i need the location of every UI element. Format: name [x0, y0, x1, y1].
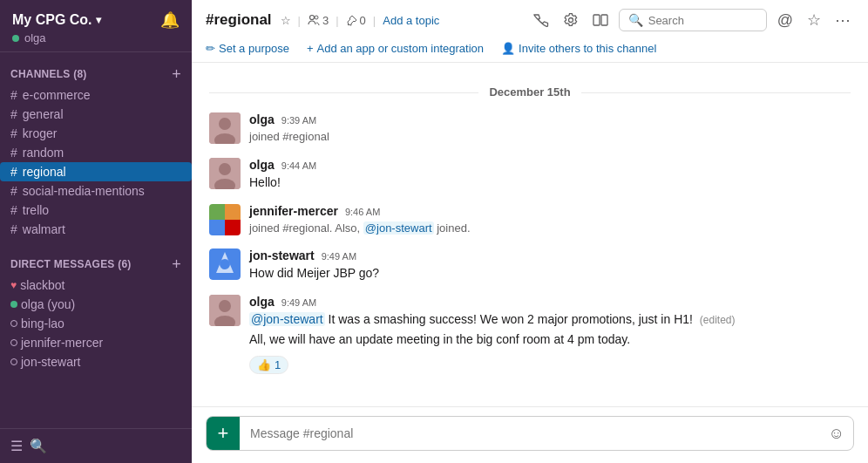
main-header: #regional ☆ | 3 |	[192, 0, 868, 63]
hash-icon: #	[10, 88, 17, 102]
channel-name: walmart	[23, 222, 65, 236]
message-input[interactable]	[240, 419, 820, 447]
dm-name: bing-lao	[21, 317, 64, 330]
add-integration-label: Add an app or custom integration	[317, 42, 485, 55]
channel-item-general[interactable]: # general	[0, 105, 192, 124]
avatar	[209, 204, 241, 235]
dm-item-slackbot[interactable]: ♥ slackbot	[0, 276, 192, 295]
svg-rect-11	[209, 204, 225, 220]
message-row: olga 9:49 AM @jon-stewart It was a smash…	[209, 295, 851, 374]
gear-button[interactable]	[559, 9, 582, 31]
mention: @jon-stewart	[363, 221, 434, 235]
channel-item-kroger[interactable]: # kroger	[0, 124, 192, 143]
pin-icon	[346, 15, 357, 26]
add-integration-link[interactable]: + Add an app or custom integration	[307, 42, 484, 55]
channel-name: general	[23, 107, 64, 121]
avatar	[209, 112, 241, 144]
more-button[interactable]: ⋯	[831, 7, 854, 33]
at-button[interactable]: @	[774, 8, 797, 33]
message-time: 9:39 AM	[281, 115, 316, 126]
channel-item-trello[interactable]: # trello	[0, 201, 192, 220]
add-channel-button[interactable]: +	[172, 66, 181, 82]
username: olga	[24, 31, 46, 44]
invite-others-link[interactable]: 👤 Invite others to this channel	[501, 42, 656, 55]
message-body: olga 9:44 AM Hello!	[249, 158, 851, 192]
date-text: December 15th	[489, 85, 570, 99]
online-dot-icon	[10, 301, 17, 308]
dm-section: DIRECT MESSAGES (6) + ♥ slackbot olga (y…	[0, 242, 192, 375]
star-icon[interactable]: ☆	[281, 14, 291, 27]
bell-icon[interactable]: 🔔	[160, 10, 180, 30]
add-topic-link[interactable]: Add a topic	[383, 14, 439, 27]
avatar-img	[209, 204, 241, 235]
hash-icon: #	[10, 203, 17, 217]
message-body: jennifer-mercer 9:46 AM joined #regional…	[249, 204, 851, 237]
reaction-count: 1	[275, 358, 281, 371]
channel-name: kroger	[23, 126, 58, 140]
hash-icon: #	[10, 126, 17, 140]
svg-rect-12	[225, 204, 241, 220]
layout-button[interactable]	[589, 10, 612, 30]
workspace-name[interactable]: My CPG Co. ▾ 🔔	[12, 10, 180, 30]
members-count[interactable]: 3	[308, 14, 329, 27]
emoji-button[interactable]: ☺	[820, 425, 853, 443]
main-content: #regional ☆ | 3 |	[192, 0, 868, 463]
svg-point-6	[219, 118, 231, 130]
header-quick-actions: ✏ Set a purpose + Add an app or custom i…	[206, 37, 854, 62]
channel-item-ecommerce[interactable]: # e-commerce	[0, 85, 192, 105]
svg-point-1	[315, 16, 318, 19]
add-dm-button[interactable]: +	[172, 256, 181, 272]
phone-button[interactable]	[530, 9, 553, 31]
svg-point-17	[220, 259, 230, 269]
at-icon: @	[777, 11, 793, 30]
emoji-icon: ☺	[829, 425, 844, 442]
heart-icon: ♥	[10, 279, 17, 291]
message-text: joined #regional	[249, 128, 851, 146]
hash-icon: #	[10, 146, 17, 160]
dm-item-olga[interactable]: olga (you)	[0, 295, 192, 314]
message-add-button[interactable]: +	[207, 417, 240, 450]
reaction-button[interactable]: 👍 1	[249, 356, 288, 374]
messages-area: December 15th olga 9:39 AM joined #regio…	[192, 63, 868, 406]
plus-icon: +	[307, 42, 314, 55]
message-time: 9:49 AM	[281, 297, 316, 308]
people-icon	[308, 14, 320, 26]
channel-item-walmart[interactable]: # walmart	[0, 220, 192, 239]
svg-point-19	[219, 300, 231, 312]
svg-point-2	[568, 18, 573, 23]
message-input-area: + ☺	[192, 406, 868, 463]
channel-name: regional	[23, 165, 66, 179]
star-button[interactable]: ☆	[804, 7, 824, 33]
message-row: jon-stewart 9:49 AM How did Meijer JBP g…	[209, 249, 851, 283]
header-top: #regional ☆ | 3 |	[206, 0, 854, 37]
message-header: olga 9:39 AM	[249, 112, 851, 126]
pins-count[interactable]: 0	[346, 14, 366, 27]
dm-item-jennifer[interactable]: jennifer-mercer	[0, 333, 192, 352]
channel-item-social[interactable]: # social-media-mentions	[0, 181, 192, 201]
svg-point-0	[309, 16, 314, 20]
avatar-img	[209, 158, 241, 189]
dm-item-bing[interactable]: bing-lao	[0, 314, 192, 333]
more-icon: ⋯	[835, 10, 851, 30]
svg-rect-3	[593, 15, 600, 25]
svg-rect-13	[209, 220, 225, 235]
channel-title: #regional	[206, 11, 272, 29]
message-sender: olga	[249, 295, 275, 309]
svg-rect-4	[601, 15, 607, 25]
channels-label: CHANNELS (8)	[10, 68, 87, 80]
channel-item-random[interactable]: # random	[0, 143, 192, 162]
channel-item-regional[interactable]: # regional	[0, 162, 192, 181]
search-input[interactable]	[648, 14, 757, 27]
message-row: jennifer-mercer 9:46 AM joined #regional…	[209, 204, 851, 237]
channel-title-row: #regional ☆ | 3 |	[206, 11, 439, 29]
dm-name: jennifer-mercer	[21, 336, 103, 350]
message-input-box: + ☺	[206, 416, 854, 451]
star2-icon: ☆	[807, 10, 821, 30]
set-purpose-link[interactable]: ✏ Set a purpose	[206, 42, 289, 55]
dm-item-jon[interactable]: jon-stewart	[0, 352, 192, 371]
header-actions: 🔍 @ ☆ ⋯	[530, 7, 854, 33]
channel-name: social-media-mentions	[23, 184, 145, 198]
menu-icon[interactable]: ☰	[10, 438, 23, 454]
search-box[interactable]: 🔍	[619, 9, 767, 31]
search-footer-icon[interactable]: 🔍	[30, 438, 47, 454]
